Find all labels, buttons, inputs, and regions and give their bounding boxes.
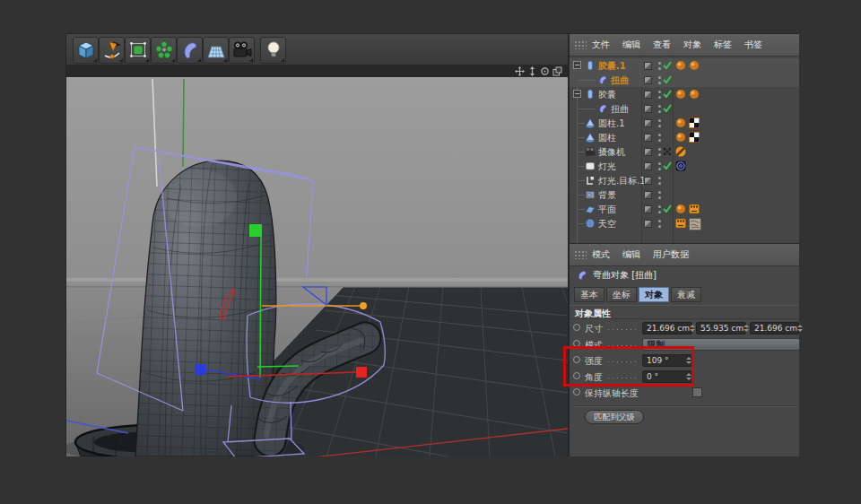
- dolly-icon[interactable]: [527, 66, 537, 76]
- tree-row-sky[interactable]: 天空: [570, 216, 799, 230]
- uvw-tag[interactable]: [689, 117, 700, 128]
- enabled-check-icon[interactable]: [663, 161, 672, 170]
- visibility-dots[interactable]: [658, 119, 662, 127]
- layer-chip[interactable]: [644, 76, 652, 84]
- material-tag[interactable]: [689, 60, 700, 71]
- camera-tool-button[interactable]: [229, 37, 255, 64]
- tab-basic[interactable]: 基本: [574, 287, 604, 302]
- maximize-icon[interactable]: [552, 66, 562, 76]
- layer-chip[interactable]: [644, 205, 652, 213]
- layer-chip[interactable]: [644, 119, 652, 127]
- pen-tool-button[interactable]: [99, 37, 125, 64]
- menu-tag[interactable]: 标签: [714, 39, 732, 51]
- enabled-check-icon[interactable]: [663, 104, 672, 113]
- cube-tool-button[interactable]: [73, 37, 99, 64]
- pan-icon[interactable]: [515, 66, 525, 76]
- visibility-dots[interactable]: [658, 91, 662, 99]
- material-tag[interactable]: [675, 89, 686, 100]
- material-tag[interactable]: [675, 132, 686, 143]
- floor-environment-button[interactable]: [203, 37, 229, 64]
- z-axis-handle[interactable]: [195, 364, 205, 375]
- y-axis-handle[interactable]: [249, 224, 262, 237]
- visibility-dots[interactable]: [658, 105, 662, 113]
- layer-chip[interactable]: [644, 191, 652, 199]
- material-tag[interactable]: [675, 117, 686, 128]
- tree-row-bend1[interactable]: 扭曲: [570, 73, 799, 87]
- layer-chip[interactable]: [644, 148, 652, 156]
- material-tag[interactable]: [675, 60, 686, 71]
- tree-row-camera[interactable]: 摄像机: [570, 144, 799, 159]
- tree-row-light-target[interactable]: 灯光.目标.1: [570, 173, 799, 187]
- keyframe-dot-icon[interactable]: [573, 388, 580, 395]
- menu-view[interactable]: 查看: [653, 39, 671, 51]
- bend-deformer-button[interactable]: [177, 37, 203, 64]
- active-camera-toggle-icon[interactable]: [663, 147, 672, 156]
- tree-row-light[interactable]: 灯光: [570, 159, 799, 173]
- compositing-tag[interactable]: [675, 218, 686, 229]
- target-tag[interactable]: [675, 161, 686, 171]
- light-tool-button[interactable]: [260, 37, 286, 64]
- subdivision-surface-button[interactable]: [125, 37, 151, 64]
- menu-object[interactable]: 对象: [683, 39, 701, 51]
- enabled-check-icon[interactable]: [663, 204, 672, 213]
- rotate-icon[interactable]: [540, 66, 550, 76]
- layer-chip[interactable]: [644, 105, 652, 113]
- size-x-field[interactable]: 21.696 cm: [642, 322, 692, 335]
- layer-chip[interactable]: [644, 134, 652, 142]
- menu-file[interactable]: 文件: [592, 39, 610, 51]
- menu-userdata[interactable]: 用户数据: [653, 248, 689, 261]
- stepper[interactable]: [797, 325, 803, 332]
- panel-drag-handle-icon[interactable]: [574, 250, 587, 259]
- visibility-dots[interactable]: [658, 205, 662, 213]
- enabled-check-icon[interactable]: [663, 61, 672, 70]
- tree-row-bend2[interactable]: 扭曲: [570, 101, 799, 116]
- tab-object[interactable]: 对象: [639, 287, 669, 302]
- size-y-field[interactable]: 55.935 cm: [696, 322, 746, 335]
- visibility-dots[interactable]: [658, 134, 662, 142]
- collapse-toggle[interactable]: −: [573, 90, 581, 98]
- 3d-viewport[interactable]: [66, 77, 568, 456]
- stepper[interactable]: [690, 325, 695, 332]
- layer-chip[interactable]: [644, 177, 652, 185]
- tree-row-background[interactable]: 背景: [570, 187, 799, 202]
- material-tag[interactable]: [689, 89, 700, 100]
- menu-edit[interactable]: 编辑: [622, 248, 640, 261]
- menu-bookmark[interactable]: 书签: [744, 39, 762, 51]
- layer-chip[interactable]: [644, 162, 652, 170]
- visibility-dots[interactable]: [658, 76, 662, 84]
- keyframe-dot-icon[interactable]: [573, 324, 580, 331]
- enabled-check-icon[interactable]: [663, 90, 672, 99]
- menu-mode[interactable]: 模式: [592, 248, 610, 261]
- keep-length-checkbox[interactable]: [692, 387, 702, 397]
- size-z-field[interactable]: 21.696 cm: [750, 322, 799, 335]
- visibility-dots[interactable]: [658, 177, 662, 185]
- material-tag[interactable]: [675, 204, 686, 214]
- layer-chip[interactable]: [644, 220, 652, 228]
- tab-coordinates[interactable]: 坐标: [606, 287, 637, 302]
- collapse-toggle[interactable]: −: [573, 61, 581, 69]
- tree-row-capsule[interactable]: − 胶囊: [570, 87, 799, 101]
- tree-row-cylinder[interactable]: 圆柱: [570, 130, 799, 144]
- enabled-check-icon[interactable]: [663, 75, 672, 84]
- visibility-dots[interactable]: [658, 220, 662, 228]
- array-generator-button[interactable]: [151, 37, 177, 64]
- compositing-tag[interactable]: [689, 204, 700, 214]
- match-to-parent-button[interactable]: 匹配到父级: [585, 410, 644, 424]
- protection-tag[interactable]: [675, 146, 686, 157]
- visibility-dots[interactable]: [658, 148, 662, 156]
- x-axis-handle[interactable]: [356, 367, 367, 378]
- tree-row-cylinder1[interactable]: 圆柱.1: [570, 116, 799, 130]
- visibility-dots[interactable]: [658, 62, 662, 70]
- layer-chip[interactable]: [644, 62, 652, 70]
- visibility-dots[interactable]: [658, 162, 662, 170]
- stepper[interactable]: [744, 325, 749, 332]
- tab-falloff[interactable]: 衰减: [671, 287, 701, 302]
- visibility-dots[interactable]: [658, 191, 662, 199]
- tree-row-capsule1[interactable]: − 胶囊.1: [570, 58, 799, 73]
- layer-chip[interactable]: [644, 91, 652, 99]
- uvw-tag[interactable]: [689, 132, 700, 143]
- menu-edit[interactable]: 编辑: [622, 39, 640, 51]
- texture-tag[interactable]: [689, 218, 701, 230]
- bend-strength-grip[interactable]: [360, 302, 367, 309]
- panel-drag-handle-icon[interactable]: [574, 40, 587, 49]
